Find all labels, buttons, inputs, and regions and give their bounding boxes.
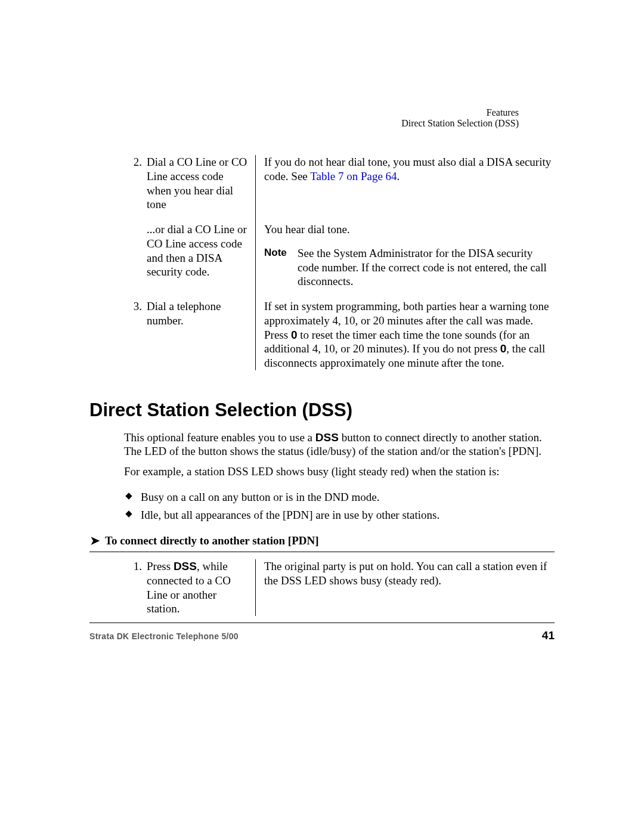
header-section: Direct Station Selection (DSS): [401, 118, 519, 129]
step-action: Press DSS, while connected to a CO Line …: [147, 559, 256, 616]
footer-rule: [89, 623, 555, 623]
step-number: 3.: [124, 289, 147, 370]
paragraph: For example, a station DSS LED shows bus…: [124, 465, 555, 479]
step-result-alt: You hear dial tone. Note See the System …: [256, 212, 554, 289]
running-header: Features Direct Station Selection (DSS): [401, 107, 519, 129]
key-zero: 0: [291, 329, 298, 341]
text: Press: [147, 560, 174, 572]
list-item: Idle, but all appearances of the [PDN] a…: [124, 508, 555, 522]
rule: [89, 552, 555, 552]
text: .: [397, 170, 400, 182]
button-name-dss: DSS: [315, 431, 339, 444]
step-table-top: 2. Dial a CO Line or CO Line access code…: [124, 155, 553, 370]
procedure-title: To connect directly to another station […: [105, 534, 319, 548]
step-table-proc: 1. Press DSS, while connected to a CO Li…: [124, 559, 553, 616]
step-action: Dial a telephone number.: [147, 289, 256, 370]
step-action: Dial a CO Line or CO Line access code wh…: [147, 155, 256, 212]
step-number: 2.: [124, 155, 147, 212]
paragraph: This optional feature enables you to use…: [124, 431, 555, 459]
step-number: 1.: [124, 559, 147, 616]
list-item: Busy on a call on any button or is in th…: [124, 490, 555, 504]
text: If you do not hear dial tone, you must a…: [264, 156, 551, 182]
footer-doc-title: Strata DK Electronic Telephone 5/00: [89, 631, 239, 641]
header-chapter: Features: [487, 107, 519, 118]
diamond-bullet-icon: [125, 510, 132, 517]
text: Idle, but all appearances of the [PDN] a…: [141, 509, 439, 521]
bullet-list: Busy on a call on any button or is in th…: [124, 490, 555, 522]
key-zero: 0: [500, 342, 507, 355]
section-heading: Direct Station Selection (DSS): [89, 399, 555, 422]
diamond-bullet-icon: [125, 493, 132, 499]
step-action-alt: ...or dial a CO Line or CO Line access c…: [147, 212, 256, 289]
step-result: If you do not hear dial tone, you must a…: [256, 155, 554, 212]
text: Busy on a call on any button or is in th…: [141, 491, 380, 503]
text: You hear dial tone.: [264, 222, 553, 237]
note-label: Note: [264, 246, 298, 289]
arrow-icon: ➤: [89, 534, 105, 547]
page-footer: Strata DK Electronic Telephone 5/00 41: [89, 623, 555, 642]
page-number: 41: [542, 629, 555, 642]
text: This optional feature enables you to use…: [124, 431, 315, 444]
button-name-dss: DSS: [174, 560, 197, 572]
step-result: The original party is put on hold. You c…: [256, 559, 554, 616]
step-result: If set in system programming, both parti…: [256, 289, 554, 370]
text: to reset the timer each time the tone so…: [264, 329, 530, 355]
cross-ref-link[interactable]: Table 7 on Page 64: [310, 170, 397, 182]
step-number-empty: [124, 212, 147, 289]
note: Note See the System Administrator for th…: [264, 246, 553, 289]
page: Features Direct Station Selection (DSS) …: [0, 0, 644, 833]
note-text: See the System Administrator for the DIS…: [298, 246, 553, 289]
procedure-heading: ➤ To connect directly to another station…: [89, 534, 555, 548]
